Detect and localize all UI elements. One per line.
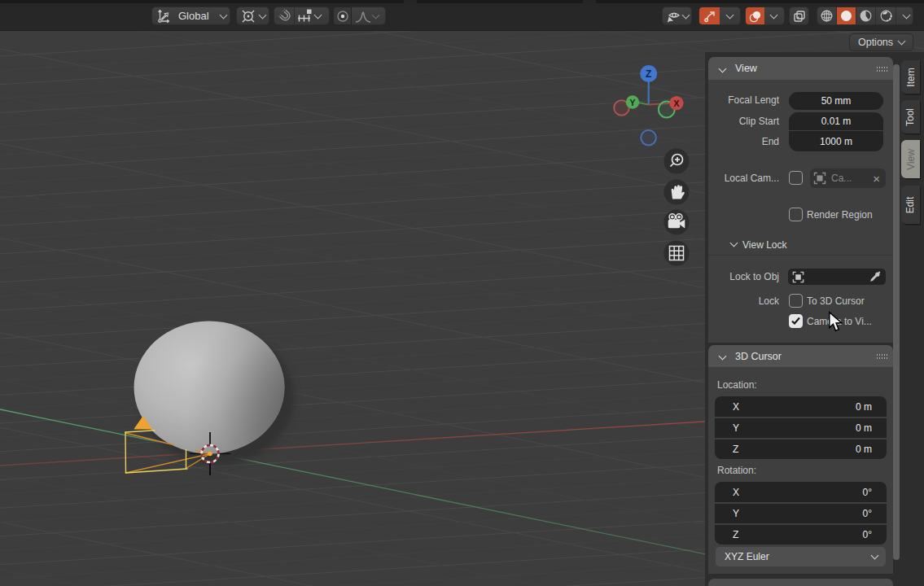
svg-text:Z: Z — [646, 68, 651, 80]
svg-text:X: X — [673, 98, 680, 108]
svg-text:Y: Y — [629, 98, 636, 107]
